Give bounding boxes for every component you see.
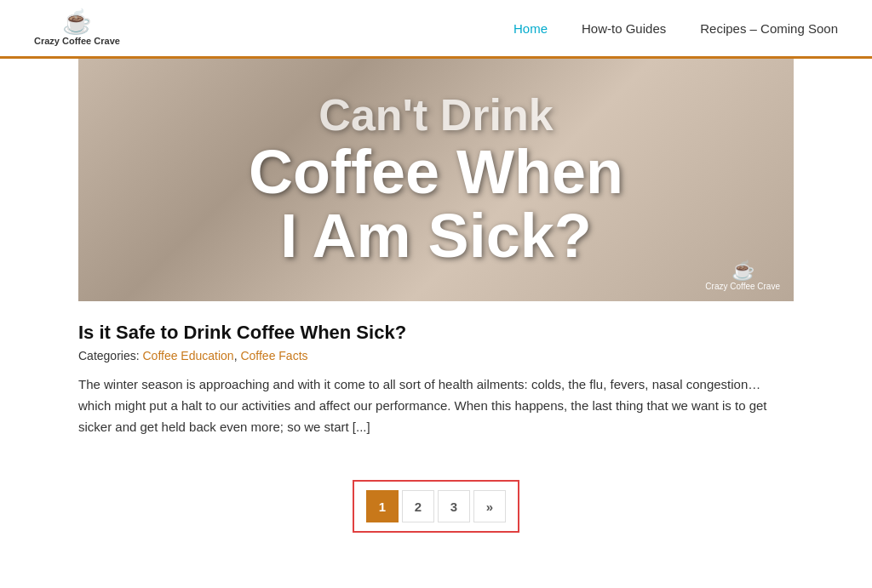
page-btn-next[interactable]: » <box>473 490 506 522</box>
article-title: Is it Safe to Drink Coffee When Sick? <box>78 322 794 344</box>
nav-recipes[interactable]: Recipes – Coming Soon <box>700 21 838 36</box>
categories-label: Categories: <box>78 349 140 363</box>
article-content: Is it Safe to Drink Coffee When Sick? Ca… <box>78 301 794 454</box>
site-header: ☕ Crazy Coffee Crave Home How-to Guides … <box>0 0 872 59</box>
logo-text: Crazy Coffee Crave <box>34 36 120 46</box>
nav-home[interactable]: Home <box>513 21 548 36</box>
pagination-wrapper: 1 2 3 » <box>0 480 872 533</box>
hero-main-line: Coffee WhenI Am Sick? <box>249 140 623 269</box>
category-coffee-facts[interactable]: Coffee Facts <box>240 349 307 363</box>
nav-guides[interactable]: How-to Guides <box>582 21 666 36</box>
category-coffee-education[interactable]: Coffee Education <box>142 349 233 363</box>
logo-icon: ☕ <box>62 10 92 34</box>
main-nav: Home How-to Guides Recipes – Coming Soon <box>513 21 838 36</box>
hero-top-line: Can't Drink <box>249 91 623 140</box>
article-categories: Categories: Coffee Education, Coffee Fac… <box>78 349 794 363</box>
page-btn-2[interactable]: 2 <box>402 490 434 522</box>
article-excerpt: The winter season is approaching and wit… <box>78 374 794 437</box>
page-btn-1[interactable]: 1 <box>366 490 399 522</box>
hero-text: Can't Drink Coffee WhenI Am Sick? <box>249 91 623 268</box>
site-logo[interactable]: ☕ Crazy Coffee Crave <box>34 10 120 46</box>
watermark-icon: ☕ <box>705 260 780 282</box>
page-btn-3[interactable]: 3 <box>438 490 470 522</box>
hero-watermark: ☕ Crazy Coffee Crave <box>705 260 780 291</box>
hero-image: Can't Drink Coffee WhenI Am Sick? ☕ Craz… <box>78 59 794 301</box>
watermark-text: Crazy Coffee Crave <box>705 282 780 291</box>
pagination-box: 1 2 3 » <box>353 480 519 533</box>
